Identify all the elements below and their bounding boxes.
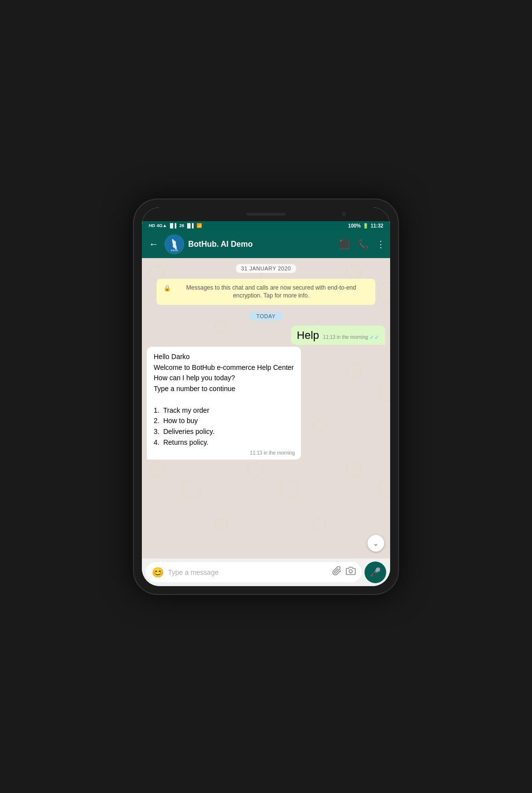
svg-text:bothub: bothub xyxy=(171,249,178,252)
chat-area: 31 JANUARY 2020 🔒 Messages to this chat … xyxy=(142,258,390,559)
time-display: 11:32 xyxy=(370,223,383,229)
camera-button[interactable] xyxy=(346,566,356,578)
battery-icon: 🔋 xyxy=(363,223,368,229)
back-button[interactable]: ← xyxy=(147,237,161,251)
status-left: HD 4G▲ ▐▌▌ 26 ▐▌▌ 📶 xyxy=(149,223,202,228)
security-text: Messages to this chat and calls are now … xyxy=(174,284,368,300)
message-input-bar: 😊 Type a message 🎤 xyxy=(142,559,390,586)
signal-bars-4g: ▐▌▌ xyxy=(168,223,178,228)
chat-wrapper: 31 JANUARY 2020 🔒 Messages to this chat … xyxy=(142,258,390,586)
camera-dot xyxy=(342,212,346,216)
message-input[interactable]: Type a message xyxy=(168,568,328,576)
svg-point-5 xyxy=(349,570,353,573)
wifi-icon: 📶 xyxy=(197,223,202,228)
sent-message-meta: 11:13 in the morning ✓✓ xyxy=(323,334,379,341)
message-sent-help: Help 11:13 in the morning ✓✓ xyxy=(291,326,385,345)
input-field-wrap: 😊 Type a message xyxy=(146,562,362,582)
contact-info: BotHub. AI Demo xyxy=(188,240,335,249)
video-call-icon[interactable]: ⬛ xyxy=(339,239,350,250)
avatar[interactable]: bothub xyxy=(165,234,184,254)
header-action-icons: ⬛ 📞 ⋮ xyxy=(339,239,385,250)
double-check-icon: ✓✓ xyxy=(369,334,379,341)
message-received-bot: Hello Darko Welcome to BotHub e-commerce… xyxy=(147,347,301,460)
hd-indicator: HD xyxy=(149,223,155,228)
lock-icon: 🔒 xyxy=(164,284,171,293)
scroll-down-button[interactable]: ⌄ xyxy=(367,535,384,552)
security-notice[interactable]: 🔒 Messages to this chat and calls are no… xyxy=(157,279,375,305)
status-bar: HD 4G▲ ▐▌▌ 26 ▐▌▌ 📶 100% 🔋 11:32 xyxy=(142,221,390,231)
mic-icon: 🎤 xyxy=(370,567,381,578)
network-2g: 26 xyxy=(179,223,184,228)
sent-time: 11:13 in the morning xyxy=(323,334,368,340)
chevron-down-icon: ⌄ xyxy=(373,539,379,547)
mic-button[interactable]: 🎤 xyxy=(365,562,386,583)
received-message-time: 11:13 in the morning xyxy=(250,449,295,457)
received-message-text: Hello Darko Welcome to BotHub e-commerce… xyxy=(154,352,294,448)
speaker-bar xyxy=(246,213,286,216)
battery-percent: 100% xyxy=(348,223,361,229)
phone-frame: HD 4G▲ ▐▌▌ 26 ▐▌▌ 📶 100% 🔋 11:32 ← xyxy=(133,198,399,595)
attachment-icon[interactable] xyxy=(332,566,342,578)
signal-bars-2g: ▐▌▌ xyxy=(186,223,195,228)
phone-notch xyxy=(142,207,390,221)
phone-screen: HD 4G▲ ▐▌▌ 26 ▐▌▌ 📶 100% 🔋 11:32 ← xyxy=(142,207,390,586)
chat-header: ← bothub BotHub. AI Demo ⬛ 📞 xyxy=(142,231,390,258)
date-header: 31 JANUARY 2020 xyxy=(236,264,296,273)
sent-message-content: Help 11:13 in the morning ✓✓ xyxy=(297,329,379,342)
more-options-icon[interactable]: ⋮ xyxy=(376,239,385,250)
contact-name: BotHub. AI Demo xyxy=(188,240,335,249)
voice-call-icon[interactable]: 📞 xyxy=(358,239,368,250)
network-4g: 4G▲ xyxy=(157,223,167,228)
emoji-button[interactable]: 😊 xyxy=(152,566,164,578)
sent-message-text: Help xyxy=(297,329,319,342)
today-chip: TODAY xyxy=(249,312,282,321)
status-right: 100% 🔋 11:32 xyxy=(348,223,383,229)
